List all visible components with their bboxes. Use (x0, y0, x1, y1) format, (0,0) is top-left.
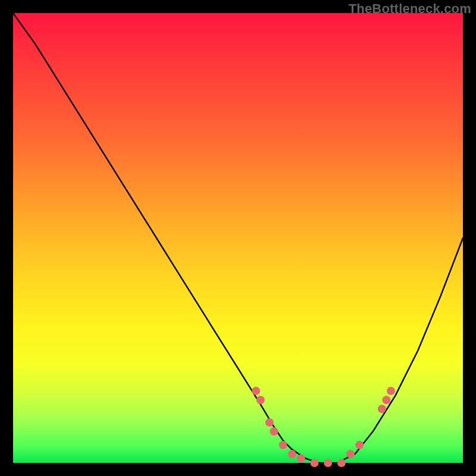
chart-svg (13, 13, 463, 463)
data-marker (252, 387, 260, 395)
data-marker (383, 396, 391, 404)
data-marker (355, 441, 364, 449)
data-marker (378, 405, 386, 413)
data-marker (270, 427, 278, 436)
data-marker (256, 396, 265, 404)
data-marker (297, 454, 305, 462)
watermark-text: TheBottleneck.com (349, 1, 471, 17)
data-marker (346, 450, 355, 458)
data-marker (311, 459, 319, 467)
data-marker (324, 459, 332, 467)
chart-frame (13, 13, 463, 463)
data-marker (265, 418, 274, 427)
data-marker (387, 387, 395, 395)
data-marker (288, 450, 296, 458)
bottleneck-curve (13, 13, 463, 463)
data-marker (279, 441, 287, 449)
data-marker (337, 459, 346, 467)
